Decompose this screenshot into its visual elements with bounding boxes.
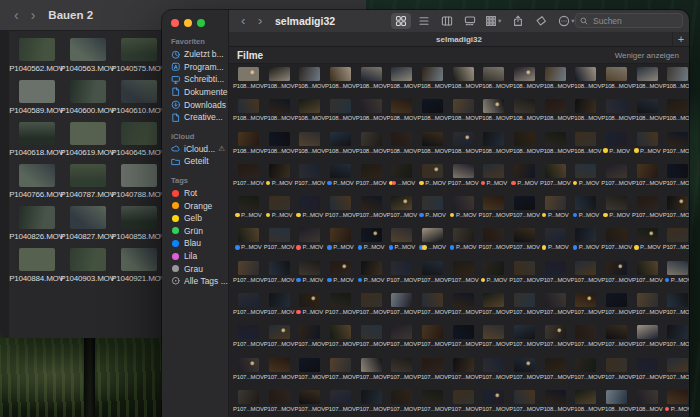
sidebar-item-schreibti[interactable]: Schreibti... (162, 73, 228, 86)
file-item[interactable]: P107...MOV (325, 293, 356, 325)
file-item[interactable]: P...MOV (325, 228, 356, 260)
file-item[interactable]: P1040921.MOV (113, 248, 164, 290)
file-item[interactable]: P108...MOV (571, 132, 602, 164)
file-item[interactable]: P1040600.MOV (62, 80, 113, 122)
file-item[interactable]: P1040563.MOV (62, 38, 113, 80)
file-item[interactable]: P107...MOV (386, 261, 417, 293)
file-item[interactable]: P...MOV (386, 228, 417, 260)
file-item[interactable]: P...MOV (448, 196, 479, 228)
group-button[interactable]: ▾ (485, 15, 501, 27)
file-item[interactable]: P...MOV (233, 196, 264, 228)
file-item[interactable]: P107...MOV (325, 196, 356, 228)
search-input[interactable] (591, 15, 678, 27)
minimize-button[interactable] (184, 19, 192, 27)
file-item[interactable]: P...MOV (540, 196, 571, 228)
file-item[interactable]: P107...MOV (509, 261, 540, 293)
file-item[interactable]: P108...MOV (540, 67, 571, 99)
column-view-button[interactable] (437, 13, 457, 29)
file-item[interactable]: P1040618.MOV (11, 122, 62, 164)
file-item[interactable]: P107...MOV (417, 358, 448, 390)
file-item[interactable]: P107...MOV (448, 390, 479, 417)
tab-selmadigi32[interactable]: selmadigi32 (436, 35, 482, 44)
file-item[interactable]: P108...MOV (632, 390, 663, 417)
file-item[interactable]: P107...MOV (509, 358, 540, 390)
file-item[interactable]: P108...MOV (264, 132, 295, 164)
file-item[interactable]: ...MOV (417, 228, 448, 260)
file-item[interactable]: P107...MOV (479, 196, 510, 228)
forward-chevron-icon[interactable]: › (258, 13, 262, 29)
file-item[interactable]: P...MOV (294, 196, 325, 228)
file-item[interactable]: P108...MOV (540, 132, 571, 164)
file-item[interactable]: P1040826.MOV (11, 206, 62, 248)
file-item[interactable]: P...MOV (571, 196, 602, 228)
more-button[interactable]: ▾ (558, 15, 574, 27)
file-item[interactable]: P...MOV (509, 164, 540, 196)
file-item[interactable]: P108...MOV (417, 67, 448, 99)
file-item[interactable]: P107...MOV (294, 390, 325, 417)
file-item[interactable]: P...MOV (264, 164, 295, 196)
file-item[interactable]: P108...MOV (325, 67, 356, 99)
file-item[interactable]: P107...MOV (325, 325, 356, 357)
share-button[interactable] (512, 15, 524, 27)
file-item[interactable]: P107...MOV (663, 196, 689, 228)
file-item[interactable]: P107...MOV (571, 325, 602, 357)
file-item[interactable]: P...MOV (294, 228, 325, 260)
file-item[interactable]: P108...MOV (386, 67, 417, 99)
file-item[interactable]: P1040884.MOV (11, 248, 62, 290)
file-item[interactable]: P107...MOV (632, 358, 663, 390)
file-item[interactable]: P...MOV (663, 261, 689, 293)
file-item[interactable]: P107...MOV (233, 358, 264, 390)
file-item[interactable]: P1040575.MOV (113, 38, 164, 80)
file-item[interactable]: P108...MOV (601, 390, 632, 417)
file-item[interactable]: P107...MOV (386, 325, 417, 357)
file-item[interactable]: P108...MOV (571, 390, 602, 417)
file-item[interactable]: P107...MOV (540, 358, 571, 390)
file-item[interactable]: P...MOV (479, 261, 510, 293)
file-item[interactable]: P108...MOV (601, 99, 632, 131)
file-item[interactable]: P1040766.MOV (11, 164, 62, 206)
file-item[interactable]: P...MOV (601, 196, 632, 228)
file-item[interactable]: P107...MOV (479, 325, 510, 357)
file-item[interactable]: P108...MOV (663, 99, 689, 131)
file-item[interactable]: P107...MOV (356, 358, 387, 390)
sidebar-item-zuletzt-b[interactable]: Zuletzt b... (162, 48, 228, 61)
sidebar-item-alle-tags[interactable]: Alle Tags ... (162, 275, 228, 288)
file-item[interactable]: P108...MOV (448, 99, 479, 131)
file-item[interactable]: P107...MOV (601, 164, 632, 196)
file-item[interactable]: P107...MOV (417, 390, 448, 417)
file-item[interactable]: P107...MOV (479, 293, 510, 325)
file-item[interactable]: P107...MOV (294, 358, 325, 390)
file-item[interactable]: P107...MOV (417, 261, 448, 293)
file-item[interactable]: P107...MOV (448, 325, 479, 357)
file-item[interactable]: P...MOV (325, 164, 356, 196)
tag-button[interactable] (535, 15, 547, 27)
file-item[interactable]: P108...MOV (325, 132, 356, 164)
file-item[interactable]: P107...MOV (509, 228, 540, 260)
sidebar-item-grün[interactable]: Grün (162, 225, 228, 238)
file-item[interactable]: P107...MOV (632, 261, 663, 293)
file-item[interactable]: P1040788.MOV (113, 164, 164, 206)
file-item[interactable]: P1040610.MOV (113, 80, 164, 122)
file-item[interactable]: P1040589.MOV (11, 80, 62, 122)
file-item[interactable]: P107...MOV (571, 261, 602, 293)
file-item[interactable]: P107...MOV (540, 293, 571, 325)
file-item[interactable]: P107...MOV (632, 164, 663, 196)
file-item[interactable]: P...MOV (356, 261, 387, 293)
file-item[interactable]: P107...MOV (601, 325, 632, 357)
file-item[interactable]: P108...MOV (417, 132, 448, 164)
file-item[interactable]: P107...MOV (386, 293, 417, 325)
file-item[interactable]: P107...MOV (509, 196, 540, 228)
file-item[interactable]: P...MOV (294, 293, 325, 325)
file-item[interactable]: P107...MOV (264, 358, 295, 390)
file-item[interactable]: P107...MOV (264, 261, 295, 293)
file-item[interactable]: P...MOV (540, 228, 571, 260)
file-item[interactable]: P108...MOV (571, 99, 602, 131)
file-item[interactable]: P107...MOV (386, 390, 417, 417)
file-item[interactable]: P108...MOV (632, 67, 663, 99)
file-item[interactable]: P107...MOV (601, 293, 632, 325)
file-item[interactable]: P1040858.MOV (113, 206, 164, 248)
file-item[interactable]: P108...MOV (264, 67, 295, 99)
file-item[interactable]: P108...MOV (233, 67, 264, 99)
file-item[interactable]: P1040903.MOV (62, 248, 113, 290)
file-item[interactable]: P...MOV (264, 196, 295, 228)
